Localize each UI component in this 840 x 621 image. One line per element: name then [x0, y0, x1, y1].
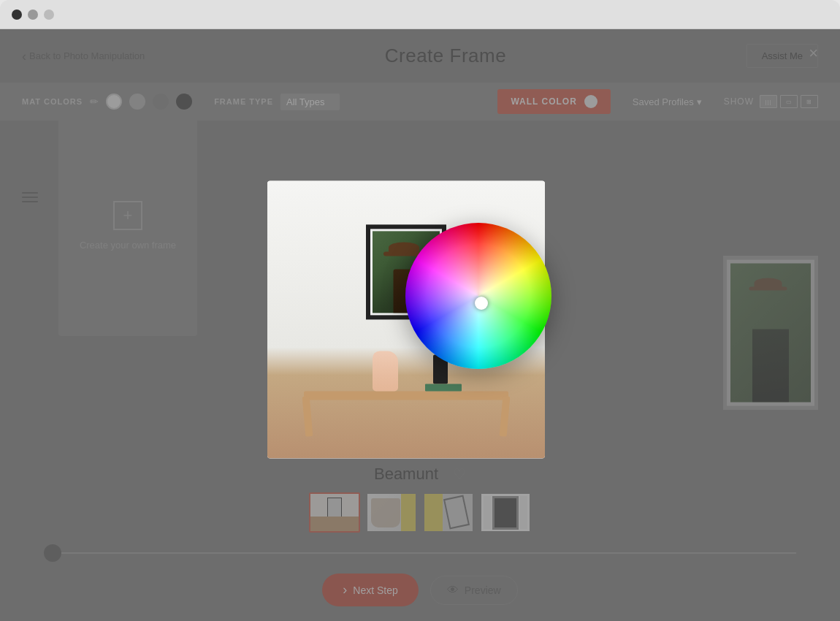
close-traffic-light[interactable]	[12, 9, 22, 20]
maximize-traffic-light[interactable]	[44, 9, 54, 20]
bench-leg-right	[500, 396, 511, 437]
color-wheel[interactable]	[405, 223, 551, 369]
app-container: × Back to Photo Manipulation Create Fram…	[0, 29, 840, 621]
minimize-traffic-light[interactable]	[28, 9, 38, 20]
bench-top	[304, 391, 508, 400]
bench-leg-left	[302, 396, 313, 437]
window-chrome	[0, 0, 840, 29]
color-wheel-container[interactable]	[405, 223, 551, 369]
close-button[interactable]: ×	[809, 44, 818, 63]
color-wheel-cursor[interactable]	[475, 297, 488, 310]
bench-item-book	[425, 384, 462, 391]
bench-item-coral	[373, 351, 398, 391]
